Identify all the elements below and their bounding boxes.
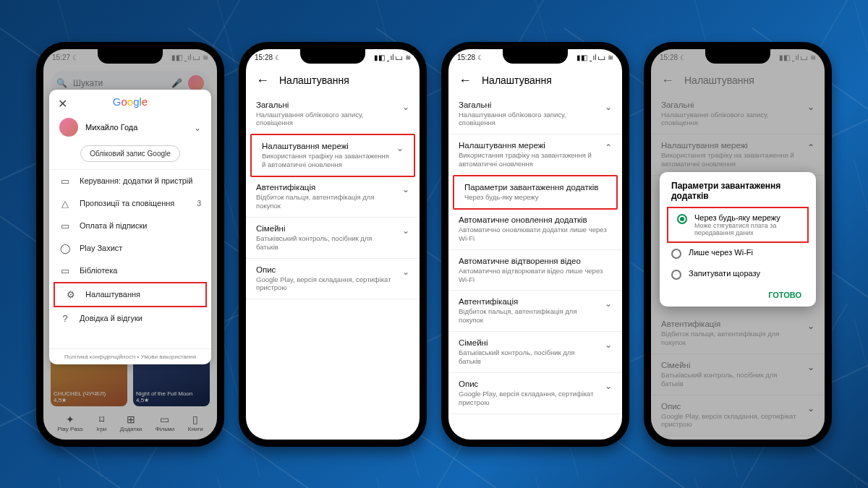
- section-auth[interactable]: АвтентифікаціяВідбиток пальця, автентифі…: [246, 176, 420, 218]
- section-family[interactable]: СімейніБатьківський контроль, посібник д…: [448, 332, 622, 373]
- notch: [503, 48, 568, 64]
- radio-off-icon: [671, 270, 681, 280]
- chevron-down-icon: ⌄: [605, 100, 612, 112]
- phone-3: 15:28 ☾▮◧ ˍıl ⌴ ≋ ←Налаштування Загальні…: [441, 42, 629, 447]
- dialog-title: Параметри завантаження додатків: [663, 181, 813, 207]
- phone-2: 15:28 ☾▮◧ ˍıl ⌴ ≋ ←Налаштування Загальні…: [239, 42, 427, 447]
- chevron-down-icon: ⌄: [402, 265, 409, 277]
- highlight-option: Через будь-яку мережуМоже стягуватися пл…: [667, 207, 809, 243]
- section-autoplay[interactable]: Автоматичне відтворення відеоАвтоматично…: [448, 250, 622, 291]
- chevron-up-icon: ⌃: [605, 141, 612, 153]
- section-autoupdate[interactable]: Автоматичне оновлення додатківАвтоматичн…: [448, 209, 622, 250]
- bell-icon: △: [59, 198, 71, 209]
- settings-header: ←Налаштування: [246, 67, 420, 94]
- highlight-download: Параметри завантаження додатківЧерез буд…: [453, 175, 618, 210]
- menu-settings[interactable]: ⚙Налаштування: [55, 283, 205, 306]
- radio-off-icon: [671, 249, 681, 259]
- google-account-button[interactable]: Обліковий запис Google: [80, 145, 180, 162]
- chevron-down-icon: ⌄: [396, 142, 404, 153]
- radio-on-icon: [677, 214, 687, 224]
- menu-protect[interactable]: ◯Play Захист: [49, 237, 211, 260]
- download-dialog: Параметри завантаження додатків Через бу…: [660, 172, 816, 307]
- profile-row[interactable]: Михайло Года ⌄: [49, 114, 211, 141]
- folder-icon: ▭: [59, 265, 71, 276]
- gear-icon: ⚙: [65, 289, 77, 300]
- option-ask-each-time[interactable]: Запитувати щоразу: [663, 264, 813, 285]
- screen-3: 15:28 ☾▮◧ ˍıl ⌴ ≋ ←Налаштування Загальні…: [448, 49, 622, 440]
- section-network[interactable]: Налаштування мережіВикористання трафіку …: [448, 134, 622, 176]
- page-title: Налаштування: [482, 74, 552, 86]
- section-network[interactable]: Налаштування мережіВикористання трафіку …: [252, 135, 414, 176]
- chevron-down-icon: ⌄: [605, 297, 612, 309]
- option-any-network[interactable]: Через будь-яку мережуМоже стягуватися пл…: [668, 208, 807, 241]
- shield-icon: ◯: [59, 243, 71, 254]
- apps-icon: ▭: [59, 176, 71, 187]
- section-general[interactable]: ЗагальніНалаштування облікового запису, …: [448, 94, 622, 135]
- phone-4: 15:28 ☾▮◧ ˍıl ⌴ ≋ ←Налаштування Загальні…: [644, 42, 832, 447]
- chevron-down-icon: ⌄: [402, 183, 409, 194]
- card-icon: ▭: [59, 221, 71, 231]
- close-icon[interactable]: ✕: [58, 97, 67, 111]
- chevron-down-icon: ⌄: [402, 100, 409, 112]
- screen-4: 15:28 ☾▮◧ ˍıl ⌴ ≋ ←Налаштування Загальні…: [651, 49, 825, 440]
- chevron-down-icon: ⌄: [605, 338, 612, 350]
- phone-1: 15:27 ☾ ▮◧ ˍıl ⌴ ≋ 🔍 Шукати 🎤 ✕ Google М…: [36, 42, 224, 447]
- section-auth[interactable]: АвтентифікаціяВідбиток пальця, автентифі…: [448, 291, 622, 332]
- menu-notifications[interactable]: △Пропозиції та сповіщення3: [49, 192, 211, 215]
- section-about[interactable]: ОписGoogle Play, версія складання, серти…: [448, 373, 622, 414]
- chevron-down-icon: ⌄: [402, 224, 409, 236]
- page-title: Налаштування: [279, 74, 349, 86]
- notch: [98, 48, 163, 64]
- notch: [705, 48, 770, 64]
- chevron-down-icon: ⌄: [194, 121, 201, 133]
- section-download[interactable]: Параметри завантаження додатківЧерез буд…: [454, 176, 616, 208]
- profile-avatar: [59, 118, 78, 137]
- user-name: Михайло Года: [85, 123, 187, 132]
- google-logo: Google: [49, 90, 211, 114]
- section-family[interactable]: СімейніБатьківський контроль, посібник д…: [246, 218, 420, 259]
- menu-help[interactable]: ?Довідка й відгуки: [49, 307, 211, 330]
- section-about[interactable]: ОписGoogle Play, версія складання, серти…: [246, 259, 420, 300]
- back-icon[interactable]: ←: [256, 74, 269, 87]
- menu-library[interactable]: ▭Бібліотека: [49, 260, 211, 282]
- chevron-down-icon: ⌄: [605, 380, 612, 391]
- highlight-settings: ⚙Налаштування: [54, 282, 207, 307]
- notch: [300, 48, 365, 64]
- highlight-network: Налаштування мережіВикористання трафіку …: [250, 134, 415, 177]
- settings-header: ←Налаштування: [448, 67, 622, 94]
- section-general[interactable]: ЗагальніНалаштування облікового запису, …: [246, 94, 420, 135]
- help-icon: ?: [59, 313, 71, 324]
- screen-2: 15:28 ☾▮◧ ˍıl ⌴ ≋ ←Налаштування Загальні…: [246, 49, 420, 440]
- screen-1: 15:27 ☾ ▮◧ ˍıl ⌴ ≋ 🔍 Шукати 🎤 ✕ Google М…: [43, 49, 217, 440]
- done-button[interactable]: ГОТОВО: [663, 285, 813, 302]
- account-menu: ✕ Google Михайло Года ⌄ Обліковий запис …: [49, 90, 211, 364]
- option-wifi-only[interactable]: Лише через Wi-Fi: [663, 243, 813, 264]
- menu-payments[interactable]: ▭Оплата й підписки: [49, 215, 211, 237]
- menu-footer[interactable]: Політика конфіденційності • Умови викори…: [49, 348, 211, 364]
- menu-apps[interactable]: ▭Керування: додатки й пристрій: [49, 170, 211, 192]
- back-icon[interactable]: ←: [459, 74, 472, 87]
